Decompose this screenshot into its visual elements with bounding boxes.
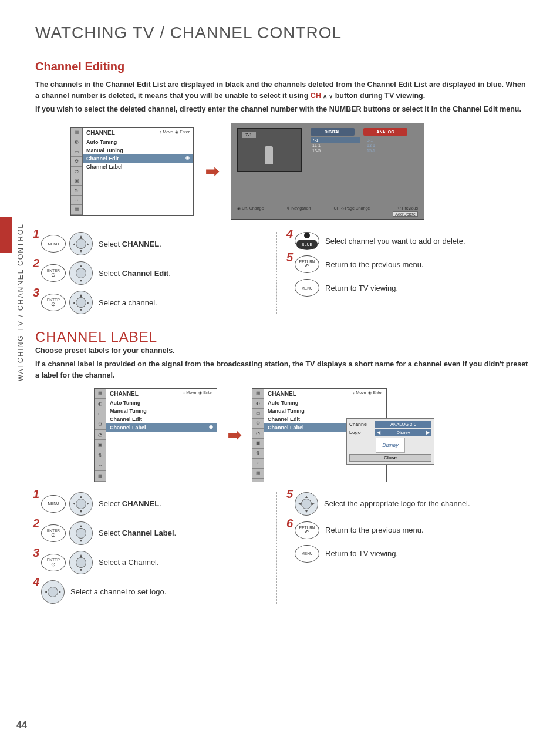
analog-tab: ANALOG xyxy=(363,128,407,136)
step-row: 1MENU▴▾◂▸Select CHANNEL. xyxy=(35,232,276,255)
step-text: Select a channel to set logo. xyxy=(70,587,166,596)
section2-para2: If a channel label is provided on the si… xyxy=(35,359,531,381)
menu-icon: ▦ xyxy=(95,471,106,482)
dpad-full: ▴▾◂▸ xyxy=(69,232,93,255)
menu-item: Auto Tuning xyxy=(106,399,217,407)
menu-icon: ↔ xyxy=(71,196,82,205)
menu-item: Auto Tuning xyxy=(264,399,386,407)
step-text: Select channel you want to add or delete… xyxy=(325,237,465,245)
step-row: 5▴▾◂▸Select the appropriate logo for the… xyxy=(289,492,531,516)
menu-item: Auto Tuning xyxy=(83,138,193,146)
channel-label-screen: ▦ ◐ ▭ ⚙ ◔ ▣ ⇅ ↔ ▦ CHANNEL ↕ Move ◉ Enter… xyxy=(252,388,387,482)
step-text: Select CHANNEL. xyxy=(99,240,161,248)
step-text: Return to the previous menu. xyxy=(325,260,424,269)
channel-edit-screen: 7-1 DIGITAL ANALOG 7-111-113-5 9-113-115… xyxy=(231,123,424,220)
menu-item: Manual Tuning xyxy=(106,407,217,415)
menu-item: Manual Tuning xyxy=(83,146,193,154)
menu-icon: ⇅ xyxy=(71,186,82,195)
menu-hints: ↕ Move ◉ Enter xyxy=(353,391,383,397)
step-number: 5 xyxy=(286,251,293,264)
menu-item: Channel Edit xyxy=(106,415,217,423)
popup-logo-label: Logo xyxy=(349,430,373,435)
current-channel-box: 7-1 xyxy=(242,132,256,138)
step-row: 3ENTER⊙▴▾◂▸Select a channel. xyxy=(35,291,276,314)
step-number: 1 xyxy=(33,227,39,241)
digital-channel-list: 7-111-113-5 xyxy=(311,137,360,153)
intro-paragraph-1: The channels in the Channel Edit List ar… xyxy=(35,79,531,102)
menu-item: Channel Label xyxy=(106,423,217,432)
menu-icon: ⇅ xyxy=(252,449,264,459)
step-number: 3 xyxy=(33,546,39,560)
menu-item: Channel Edit xyxy=(83,154,193,163)
side-vertical-label: WATCHING TV / CHANNEL CONTROL xyxy=(16,223,25,381)
page-title: WATCHING TV / CHANNEL CONTROL xyxy=(35,23,531,42)
screens-row-2: ▦ ◐ ▭ ⚙ ◔ ▣ ⇅ ↔ ▦ CHANNEL ↕ Move ◉ Enter… xyxy=(94,388,531,482)
enter-button: ENTER⊙ xyxy=(41,524,66,542)
menu-button: MENU xyxy=(295,545,319,563)
menu-icon: ⚙ xyxy=(71,157,82,166)
menu-icon: ▭ xyxy=(95,409,106,420)
menu-header: CHANNEL xyxy=(86,130,115,136)
menu-hints: ↕ Move ◉ Enter xyxy=(183,391,213,397)
dpad-full: ▴▾◂▸ xyxy=(69,492,93,516)
return-button: RETURN↶ xyxy=(295,521,319,539)
step-row: MENUReturn to TV viewing. xyxy=(289,545,531,563)
step-text: Select CHANNEL. xyxy=(99,499,161,508)
dpad-ud: ▴▾ xyxy=(69,521,93,545)
step-number: 4 xyxy=(33,576,39,589)
menu-button: MENU xyxy=(41,495,66,513)
steps-section-1: 1MENU▴▾◂▸Select CHANNEL.2ENTER⊙▴▾Select … xyxy=(35,226,531,314)
menu-icon: ▦ xyxy=(95,389,106,399)
step-row: 1MENU▴▾◂▸Select CHANNEL. xyxy=(35,492,276,516)
menu-icon: ▦ xyxy=(252,469,264,479)
step-number: 2 xyxy=(33,257,39,270)
dpad-quad: ▴▾◂▸ xyxy=(295,492,318,516)
step-number: 3 xyxy=(33,286,39,300)
blue-button: BLUE xyxy=(295,232,319,250)
popup-close-button: Close xyxy=(349,454,431,462)
menu-icon: ▭ xyxy=(252,409,264,419)
side-red-tab xyxy=(0,217,12,253)
return-button: RETURN↶ xyxy=(295,255,319,273)
channel-menu-screen-2: ▦ ◐ ▭ ⚙ ◔ ▣ ⇅ ↔ ▦ CHANNEL ↕ Move ◉ Enter… xyxy=(94,388,217,482)
step-row: 2ENTER⊙▴▾Select Channel Label. xyxy=(35,521,276,545)
section2-para1: Choose preset labels for your channels. xyxy=(35,345,531,356)
menu-item: Manual Tuning xyxy=(264,407,386,415)
menu-icon: ▦ xyxy=(71,128,82,137)
edit-footer-hints: ◉ Ch. Change ✥ Navigation CH ◇ Page Chan… xyxy=(237,206,418,217)
menu-icon: ▦ xyxy=(252,389,264,399)
step-row: 2ENTER⊙▴▾Select Channel Edit. xyxy=(35,261,276,285)
menu-header: CHANNEL xyxy=(110,391,139,397)
menu-icon: ↔ xyxy=(95,460,106,471)
step-text: Select Channel Label. xyxy=(99,529,176,537)
menu-hints: ↕ Move ◉ Enter xyxy=(160,130,190,136)
step-number: 1 xyxy=(33,487,39,501)
menu-icon: ◔ xyxy=(71,167,82,176)
menu-item: Channel Label xyxy=(83,163,193,171)
step-text: Select Channel Edit. xyxy=(99,269,171,278)
arrow-right-icon: ➡ xyxy=(205,161,219,181)
menu-icon: ◐ xyxy=(252,399,264,409)
menu-icon: ◐ xyxy=(95,399,106,409)
channel-editing-title: Channel Editing xyxy=(35,60,531,73)
step-number: 6 xyxy=(286,517,293,530)
analog-channel-list: 9-113-115-1 xyxy=(365,137,415,153)
screens-row-1: ▦ ◐ ▭ ⚙ ◔ ▣ ⇅ ↔ ▦ CHANNEL ↕ Move ◉ Enter… xyxy=(70,123,531,220)
steps-section-2: 1MENU▴▾◂▸Select CHANNEL.2ENTER⊙▴▾Select … xyxy=(35,486,531,604)
step-row: 6RETURN↶Return to the previous menu. xyxy=(289,521,531,539)
step-row: 5RETURN↶Return to the previous menu. xyxy=(289,255,531,273)
channel-label-popup: Channel ANALOG 2-0 Logo ◀Disney▶ Disney … xyxy=(346,418,434,465)
channel-label-title: CHANNEL LABEL xyxy=(35,325,531,345)
enter-button: ENTER⊙ xyxy=(41,554,66,571)
dpad-full: ▴▾◂▸ xyxy=(69,291,93,314)
step-text: Return to TV viewing. xyxy=(325,549,398,558)
intro-paragraph-2: If you wish to select the deleted channe… xyxy=(35,104,531,115)
menu-icon: ◐ xyxy=(71,137,82,147)
popup-channel-value: ANALOG 2-0 xyxy=(375,421,431,428)
dpad-ud: ▴▾ xyxy=(69,551,93,574)
menu-icon: ◔ xyxy=(95,430,106,440)
page-number: 44 xyxy=(16,720,27,731)
menu-button: MENU xyxy=(41,235,66,253)
menu-icon: ▦ xyxy=(71,205,82,214)
menu-header: CHANNEL xyxy=(268,391,296,397)
